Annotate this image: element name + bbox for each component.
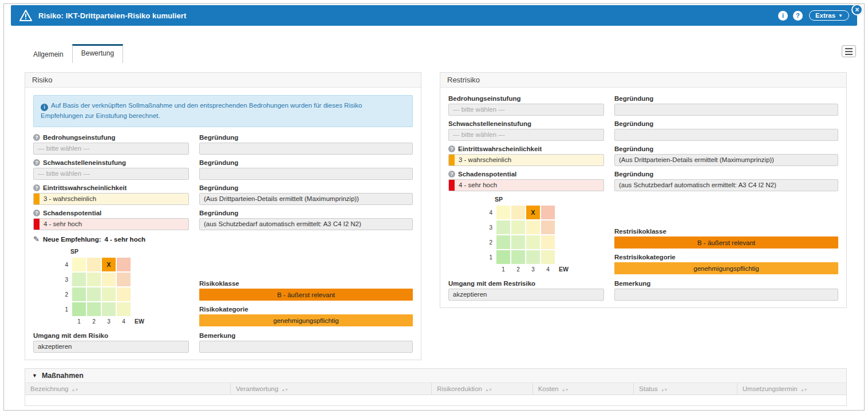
column-header-risikoreduktion[interactable]: Risikoreduktion▲▼ [432, 383, 532, 395]
matrix-cell[interactable] [102, 273, 116, 286]
empfehlung-value: 4 - sehr hoch [105, 236, 146, 243]
matrix-marker-cell[interactable]: X [526, 206, 540, 219]
sp-axis-label: SP [70, 248, 189, 255]
massnahmen-panel: ▼ Maßnahmen Bezeichnung▲▼ Verantwortung▲… [25, 368, 847, 406]
help-circle-icon[interactable]: ? [448, 171, 455, 178]
matrix-cell[interactable] [511, 250, 525, 264]
matrix-cell[interactable] [541, 220, 555, 234]
risikoklasse-value: B - äußerst relevant [199, 289, 413, 301]
schadenspotential-select[interactable]: 4 - sehr hoch [33, 218, 189, 230]
matrix-cell[interactable] [87, 287, 101, 301]
matrix-cell[interactable] [526, 235, 540, 249]
restrisiko-panel: Restrisiko Bedrohungseinstufung --- bitt… [440, 72, 847, 308]
risikoklasse-label: Risikoklasse [199, 280, 413, 287]
column-header-kosten[interactable]: Kosten▲▼ [532, 383, 633, 395]
eintrittswahrscheinlichkeit-select[interactable]: 3 - wahrscheinlich [33, 193, 189, 205]
schaden-begruendung-input[interactable]: (aus Schutzbedarf automatisch ermittelt:… [199, 218, 413, 230]
matrix-cell[interactable] [511, 206, 525, 219]
rest-eintrittswahrscheinlichkeit-select[interactable]: 3 - wahrscheinlich [448, 154, 604, 166]
rest-schwachstellen-begruendung-input[interactable] [614, 129, 838, 141]
matrix-cell[interactable] [496, 235, 510, 249]
tab-allgemein[interactable]: Allgemein [25, 46, 72, 63]
matrix-cell[interactable] [496, 206, 510, 219]
matrix-cell[interactable] [117, 287, 131, 301]
rest-bemerkung-input[interactable] [614, 289, 838, 301]
close-button[interactable]: × [851, 4, 863, 15]
bedrohung-begruendung-input[interactable] [199, 143, 413, 155]
restrisikoklasse-label: Restrisikoklasse [614, 228, 838, 235]
bedrohungseinstufung-select[interactable]: --- bitte wählen --- [33, 143, 189, 155]
ew-axis-label: EW [559, 266, 569, 273]
matrix-cell[interactable] [72, 273, 86, 286]
collapse-icon: ▼ [32, 373, 37, 378]
matrix-cell[interactable] [72, 258, 86, 271]
help-circle-icon[interactable]: ? [33, 134, 40, 141]
extras-button[interactable]: Extras ▼ [809, 10, 849, 21]
rest-schwachstelleneinstufung-select[interactable]: --- bitte wählen --- [448, 129, 604, 141]
info-circle-icon: i [41, 104, 48, 111]
matrix-cell[interactable] [117, 258, 131, 271]
schwachstellen-begruendung-input[interactable] [199, 168, 413, 180]
matrix-axis-label: 2 [511, 265, 525, 273]
matrix-axis-label: 4 [117, 317, 131, 325]
matrix-axis-label: 3 [61, 277, 68, 283]
column-header-status[interactable]: Status▲▼ [634, 383, 737, 395]
massnahmen-collapse-header[interactable]: ▼ Maßnahmen [25, 369, 846, 383]
help-circle-icon[interactable]: ? [33, 184, 40, 191]
matrix-cell[interactable] [87, 258, 101, 271]
massnahmen-table: Bezeichnung▲▼ Verantwortung▲▼ Risikoredu… [25, 383, 846, 405]
column-header-verantwortung[interactable]: Verantwortung▲▼ [231, 383, 432, 395]
matrix-cell[interactable] [102, 302, 116, 316]
window-frame: Risiko: IKT-Drittparteien-Risiko kumulie… [3, 3, 865, 411]
matrix-marker-cell[interactable]: X [102, 258, 116, 271]
column-header-umsetzungstermin[interactable]: Umsetzungstermin▲▼ [737, 383, 846, 395]
help-circle-icon[interactable]: ? [33, 210, 40, 216]
matrix-cell[interactable] [72, 302, 86, 316]
tab-bewertung[interactable]: Bewertung [72, 44, 123, 63]
sp-axis-label: SP [495, 196, 604, 203]
matrix-cell[interactable] [526, 250, 540, 264]
info-banner-text: Auf Basis der verknüpften Sollmaßnahme u… [41, 102, 362, 119]
sort-icons: ▲▼ [281, 388, 288, 392]
massnahmen-title: Maßnahmen [42, 372, 84, 380]
matrix-cell[interactable] [117, 302, 131, 316]
matrix-cell[interactable] [511, 235, 525, 249]
bemerkung-input[interactable] [199, 341, 413, 353]
column-header-bezeichnung[interactable]: Bezeichnung▲▼ [25, 383, 231, 395]
eintritt-begruendung-input[interactable]: (Aus Drittparteien-Details ermittelt (Ma… [199, 193, 413, 205]
severity-indicator [34, 194, 40, 204]
risiko-panel-title: Risiko [25, 73, 421, 88]
risk-module-icon [19, 9, 33, 22]
rest-eintrittswahrscheinlichkeit-label: ? Eintrittswahrscheinlichkeit [448, 145, 604, 152]
matrix-cell[interactable] [72, 287, 86, 301]
matrix-cell[interactable] [496, 220, 510, 234]
schwachstelleneinstufung-select[interactable]: --- bitte wählen --- [33, 168, 189, 180]
umgang-risiko-select[interactable]: akzeptieren [33, 341, 189, 353]
matrix-axis-label: 4 [485, 210, 492, 216]
matrix-cell[interactable] [541, 250, 555, 264]
rest-bedrohungseinstufung-select[interactable]: --- bitte wählen --- [448, 104, 604, 116]
rest-schaden-begruendung-input[interactable]: (aus Schutzbedarf automatisch ermittelt:… [614, 179, 838, 191]
matrix-cell[interactable] [87, 273, 101, 286]
umgang-restrisiko-select[interactable]: akzeptieren [448, 289, 604, 301]
matrix-cell[interactable] [117, 273, 131, 286]
rest-bedrohung-begruendung-input[interactable] [614, 104, 838, 116]
rest-eintritt-begruendung-input[interactable]: (Aus Drittparteien-Details ermittelt (Ma… [614, 154, 838, 166]
info-icon[interactable]: i [778, 11, 788, 21]
matrix-cell[interactable] [87, 302, 101, 316]
matrix-cell[interactable] [511, 220, 525, 234]
help-icon[interactable]: ? [793, 11, 803, 21]
matrix-cell[interactable] [102, 287, 116, 301]
matrix-axis-label: 2 [485, 239, 492, 246]
begruendung-label: Begründung [199, 159, 413, 166]
matrix-cell[interactable] [526, 220, 540, 234]
rest-schadenspotential-select[interactable]: 4 - sehr hoch [448, 179, 604, 191]
matrix-cell[interactable] [541, 235, 555, 249]
pencil-icon[interactable]: ✎ [33, 235, 40, 243]
matrix-axis-label: 2 [61, 291, 68, 298]
matrix-cell[interactable] [541, 206, 555, 219]
matrix-cell[interactable] [496, 250, 510, 264]
help-circle-icon[interactable]: ? [33, 159, 40, 166]
restrisiko-panel-title: Restrisiko [440, 73, 846, 88]
help-circle-icon[interactable]: ? [448, 145, 455, 152]
